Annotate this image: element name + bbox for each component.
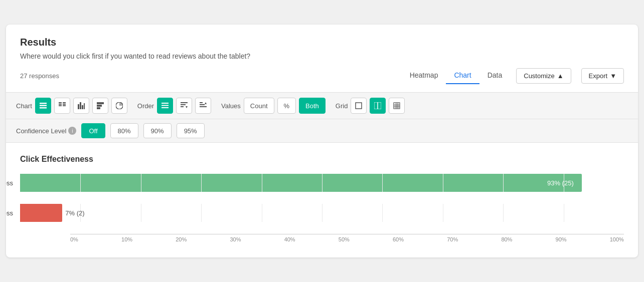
grid-none[interactable] (351, 98, 367, 114)
svg-rect-21 (181, 104, 186, 105)
chevron-down-icon: ▼ (610, 72, 616, 80)
chevron-up-icon: ▲ (557, 72, 564, 80)
info-icon[interactable]: i (68, 127, 76, 135)
header-actions: Heatmap Chart Data Customize ▲ Export ▼ (402, 67, 624, 84)
x-label-60: 60% (393, 236, 404, 242)
chart-type-section: Chart (16, 98, 127, 114)
x-label-0: 0% (70, 236, 78, 242)
svg-rect-12 (84, 103, 85, 109)
chart-content: Success (20, 174, 624, 242)
svg-rect-6 (63, 102, 66, 103)
svg-rect-29 (394, 103, 400, 109)
conf-90-btn[interactable]: 90% (143, 123, 172, 138)
chart-label: Chart (16, 102, 32, 110)
x-label-100: 100% (610, 236, 624, 242)
table-row: Success (20, 174, 624, 192)
bar-label-nonsuccess: Non Success (6, 209, 20, 217)
svg-rect-2 (40, 107, 47, 109)
values-both-btn[interactable]: Both (299, 98, 326, 114)
x-label-80: 80% (501, 236, 512, 242)
svg-rect-26 (356, 103, 362, 109)
values-label: Values (221, 102, 241, 110)
svg-rect-20 (181, 102, 188, 103)
order-section: Order (137, 98, 211, 114)
tab-chart[interactable]: Chart (446, 67, 479, 84)
grid-overlay-2 (20, 204, 624, 222)
table-row: Non Success (20, 204, 624, 222)
confidence-label: Confidence Level i (16, 127, 76, 135)
toolbar: Chart Order (6, 92, 638, 119)
grid-full[interactable] (389, 98, 405, 114)
results-card: Results Where would you click first if y… (6, 25, 638, 257)
chart-type-pie[interactable] (111, 98, 127, 114)
svg-rect-17 (162, 103, 169, 104)
order-label: Order (137, 102, 154, 110)
conf-95-btn[interactable]: 95% (177, 123, 205, 138)
x-label-10: 10% (121, 236, 132, 242)
page-title: Results (20, 37, 624, 48)
x-label-70: 70% (447, 236, 458, 242)
x-label-40: 40% (284, 236, 295, 242)
x-label-20: 20% (176, 236, 187, 242)
svg-rect-24 (200, 104, 205, 105)
bars-area: Success (20, 174, 624, 242)
svg-rect-9 (78, 104, 79, 109)
bar-success: 93% (25) (20, 174, 582, 192)
header: Results Where would you click first if y… (6, 25, 638, 92)
svg-rect-0 (40, 103, 47, 104)
tab-data[interactable]: Data (479, 67, 511, 84)
chart-section: Click Effectiveness Success (6, 143, 638, 257)
x-axis: 0% 10% 20% 30% 40% 50% 60% 70% 80% 90% 1… (70, 234, 624, 242)
svg-rect-18 (162, 105, 169, 106)
view-tabs: Heatmap Chart Data (402, 67, 511, 84)
responses-count: 27 responses (20, 72, 59, 80)
grid-vertical[interactable] (370, 98, 386, 114)
x-label-50: 50% (339, 236, 350, 242)
values-section: Values Count % Both (221, 98, 326, 114)
bar-nonsuccess-value: 7% (2) (65, 209, 84, 217)
svg-rect-25 (200, 106, 207, 107)
order-desc[interactable] (176, 98, 192, 114)
customize-button[interactable]: Customize ▲ (516, 68, 571, 84)
svg-rect-15 (97, 107, 100, 109)
export-button[interactable]: Export ▼ (581, 68, 624, 84)
bar-label-success: Success (6, 179, 20, 187)
chart-type-bar-stacked[interactable] (92, 98, 108, 114)
question-text: Where would you click first if you wante… (20, 52, 624, 60)
svg-rect-7 (63, 104, 66, 105)
chart-wrapper: Success (20, 174, 624, 242)
svg-rect-5 (59, 105, 62, 106)
bar-container-success: 93% (25) (20, 174, 624, 192)
confidence-row: Confidence Level i Off 80% 90% 95% (6, 119, 638, 143)
chart-type-bar-vertical[interactable] (73, 98, 89, 114)
bar-nonsuccess (20, 204, 62, 222)
svg-rect-1 (40, 105, 47, 107)
tab-heatmap[interactable]: Heatmap (402, 67, 446, 84)
x-label-90: 90% (556, 236, 567, 242)
values-count-btn[interactable]: Count (244, 98, 274, 114)
x-label-30: 30% (230, 236, 241, 242)
svg-rect-22 (181, 106, 184, 107)
svg-rect-4 (59, 104, 62, 105)
svg-rect-14 (97, 105, 102, 107)
grid-section: Grid (336, 98, 405, 114)
chart-type-bar-list[interactable] (35, 98, 51, 114)
chart-type-bar-small[interactable] (54, 98, 70, 114)
conf-off-btn[interactable]: Off (81, 123, 105, 138)
values-pct-btn[interactable]: % (277, 98, 296, 114)
bar-success-value: 93% (25) (547, 179, 578, 187)
svg-rect-13 (97, 102, 104, 104)
svg-rect-10 (80, 102, 81, 109)
chart-title: Click Effectiveness (20, 155, 624, 164)
svg-rect-23 (200, 102, 203, 103)
conf-80-btn[interactable]: 80% (110, 123, 138, 138)
svg-rect-3 (59, 102, 62, 103)
svg-rect-19 (162, 107, 169, 108)
order-asc[interactable] (195, 98, 211, 114)
x-axis-labels: 0% 10% 20% 30% 40% 50% 60% 70% 80% 90% 1… (70, 236, 624, 242)
grid-label: Grid (336, 102, 348, 110)
header-row: 27 responses Heatmap Chart Data Customiz… (20, 67, 624, 84)
bar-container-nonsuccess: 7% (2) (20, 204, 624, 222)
svg-rect-11 (82, 105, 83, 109)
order-default[interactable] (157, 98, 173, 114)
